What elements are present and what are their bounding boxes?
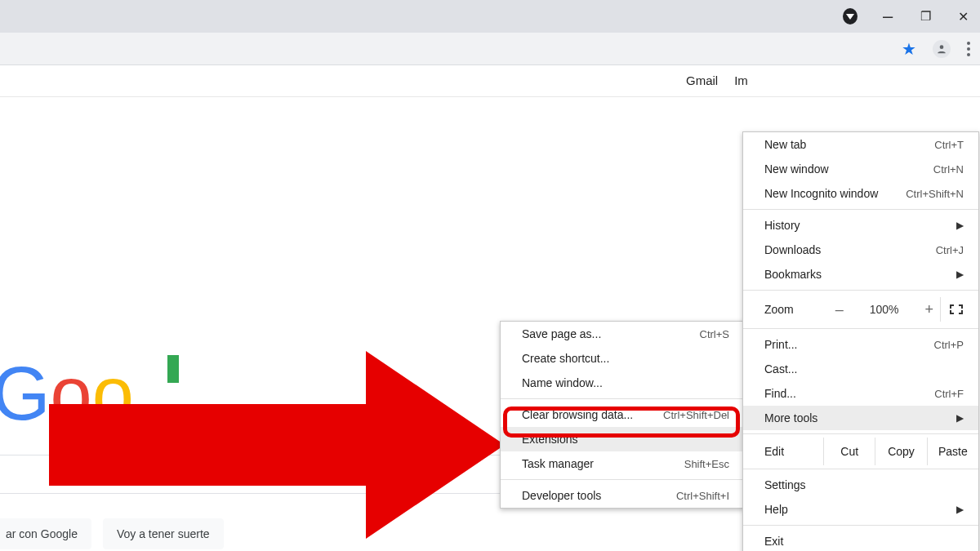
zoom-in-button[interactable]: + [919, 301, 940, 318]
chrome-main-menu: New tab Ctrl+T New window Ctrl+N New Inc… [742, 131, 979, 551]
chevron-right-icon: ▶ [956, 220, 964, 231]
shortcut: Ctrl+T [934, 139, 964, 151]
menu-separator [743, 469, 978, 469]
label: History [764, 219, 800, 232]
window-titlebar: – ❐ ✕ [0, 0, 980, 33]
fullscreen-icon [950, 304, 963, 314]
menu-edit-row: Edit Cut Copy Paste [743, 438, 978, 465]
label: Save page as... [522, 327, 601, 340]
menu-separator [743, 209, 978, 210]
shortcut: Ctrl+S [700, 328, 729, 340]
menu-new-window[interactable]: New window Ctrl+N [743, 157, 978, 181]
menu-cast[interactable]: Cast... [743, 357, 978, 381]
fullscreen-button[interactable] [940, 297, 972, 322]
menu-separator [501, 479, 744, 480]
chrome-menu-button[interactable] [967, 42, 970, 56]
menu-history[interactable]: History ▶ [743, 213, 978, 238]
google-header-links: Gmail Im [686, 73, 748, 87]
menu-separator [743, 433, 978, 434]
menu-save-page[interactable]: Save page as... Ctrl+S [501, 322, 744, 346]
label: Print... [764, 338, 797, 351]
svg-point-0 [940, 45, 944, 49]
header-divider [0, 96, 980, 97]
menu-task-manager[interactable]: Task manager Shift+Esc [501, 451, 744, 476]
menu-new-tab[interactable]: New tab Ctrl+T [743, 132, 978, 157]
edit-label: Edit [764, 445, 823, 458]
edit-paste-button[interactable]: Paste [927, 438, 978, 465]
menu-separator [743, 525, 978, 526]
profile-avatar-icon[interactable] [933, 40, 951, 58]
google-buttons: ar con Google Voy a tener suerte [0, 518, 224, 549]
images-link-partial[interactable]: Im [734, 73, 748, 87]
google-search-button[interactable]: ar con Google [0, 518, 91, 549]
label: Help [764, 503, 788, 516]
search-input[interactable] [0, 455, 523, 494]
shortcut: Ctrl+N [933, 163, 964, 176]
menu-exit[interactable]: Exit [743, 529, 978, 551]
shortcut: Ctrl+F [934, 388, 964, 400]
window-close-button[interactable]: ✕ [956, 9, 970, 24]
browser-toolbar: ★ [0, 33, 980, 65]
label: New tab [764, 138, 806, 151]
chevron-right-icon: ▶ [956, 269, 964, 280]
label: Cast... [764, 362, 797, 375]
menu-print[interactable]: Print... Ctrl+P [743, 332, 978, 357]
label: Developer tools [522, 489, 601, 502]
menu-new-incognito[interactable]: New Incognito window Ctrl+Shift+N [743, 181, 978, 206]
label: Task manager [522, 457, 594, 470]
menu-settings[interactable]: Settings [743, 473, 978, 497]
label: New Incognito window [764, 187, 878, 200]
menu-downloads[interactable]: Downloads Ctrl+J [743, 238, 978, 262]
label: Bookmarks [764, 268, 822, 281]
label: Find... [764, 387, 796, 400]
edit-copy-button[interactable]: Copy [875, 438, 926, 465]
label: Name window... [522, 376, 603, 389]
shortcut: Ctrl+Shift+I [676, 490, 729, 502]
label: New window [764, 162, 829, 176]
menu-developer-tools[interactable]: Developer tools Ctrl+Shift+I [501, 483, 744, 508]
zoom-label: Zoom [764, 303, 829, 316]
chevron-right-icon: ▶ [956, 412, 964, 424]
label: Downloads [764, 243, 821, 256]
bookmark-star-icon[interactable]: ★ [902, 41, 916, 57]
shortcut: Ctrl+J [936, 244, 964, 256]
menu-separator [501, 398, 744, 399]
label: Create shortcut... [522, 352, 609, 365]
menu-create-shortcut[interactable]: Create shortcut... [501, 346, 744, 371]
shortcut: Ctrl+Shift+N [906, 188, 964, 200]
zoom-value: 100% [863, 303, 906, 316]
menu-name-window[interactable]: Name window... [501, 371, 744, 395]
google-logo-fragment [167, 355, 179, 383]
label: Exit [764, 535, 783, 548]
annotation-highlight-extensions [503, 407, 740, 438]
menu-separator [743, 290, 978, 291]
shortcut: Shift+Esc [684, 458, 729, 470]
menu-find[interactable]: Find... Ctrl+F [743, 381, 978, 406]
label: More tools [764, 411, 817, 424]
window-minimize-button[interactable]: – [880, 9, 895, 24]
menu-bookmarks[interactable]: Bookmarks ▶ [743, 262, 978, 287]
menu-more-tools[interactable]: More tools ▶ [743, 406, 978, 430]
edit-cut-button[interactable]: Cut [823, 438, 875, 465]
label: Settings [764, 478, 806, 491]
zoom-out-button[interactable]: – [829, 301, 850, 318]
extension-indicator-icon[interactable] [843, 9, 858, 24]
google-logo: Goo [0, 351, 134, 437]
im-feeling-lucky-button[interactable]: Voy a tener suerte [103, 518, 224, 549]
menu-separator [743, 328, 978, 329]
menu-help[interactable]: Help ▶ [743, 497, 978, 522]
shortcut: Ctrl+P [934, 339, 964, 351]
window-maximize-button[interactable]: ❐ [918, 9, 933, 24]
menu-zoom: Zoom – 100% + [743, 294, 978, 325]
gmail-link[interactable]: Gmail [686, 73, 718, 87]
page-content: Gmail Im Goo ar con Google Voy a tener s… [0, 65, 980, 551]
chevron-right-icon: ▶ [956, 504, 964, 515]
